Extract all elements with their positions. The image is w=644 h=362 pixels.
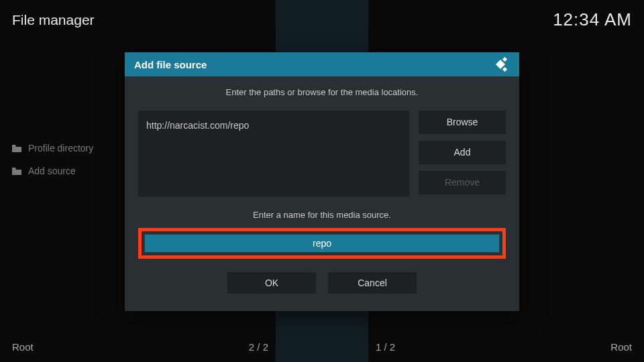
side-buttons: Browse Add Remove xyxy=(419,111,506,196)
page-title: File manager xyxy=(12,12,95,28)
instruction-paths: Enter the paths or browse for the media … xyxy=(138,87,506,97)
paths-row: http://narcacist.com/repo Browse Add Rem… xyxy=(138,111,506,196)
dialog-actions: OK Cancel xyxy=(138,272,506,294)
sidebar-item-add-source[interactable]: Add source xyxy=(12,166,93,176)
name-input-highlight: repo xyxy=(138,228,506,259)
add-file-source-dialog: Add file source Enter the paths or brows… xyxy=(125,52,519,311)
footer-right-root: Root xyxy=(565,341,632,353)
header-bar: File manager 12:34 AM xyxy=(12,9,632,30)
sidebar-item-profile-directory[interactable]: Profile directory xyxy=(12,143,93,154)
dialog-title: Add file source xyxy=(134,59,207,70)
dialog-header: Add file source xyxy=(125,52,519,76)
source-name-input[interactable]: repo xyxy=(144,234,500,253)
clock: 12:34 AM xyxy=(553,9,632,30)
footer-bar: Root 2 / 2 1 / 2 Root xyxy=(12,341,632,353)
dialog-body: Enter the paths or browse for the media … xyxy=(125,76,519,311)
add-button[interactable]: Add xyxy=(419,141,506,164)
browse-button[interactable]: Browse xyxy=(419,111,506,134)
svg-rect-2 xyxy=(502,67,507,72)
sidebar: Profile directory Add source xyxy=(12,143,93,188)
remove-button: Remove xyxy=(419,171,506,194)
footer-center: 2 / 2 1 / 2 xyxy=(79,341,565,353)
sidebar-item-label: Add source xyxy=(28,166,76,176)
kodi-logo-icon xyxy=(491,57,510,72)
cancel-button[interactable]: Cancel xyxy=(328,272,417,294)
path-input[interactable]: http://narcacist.com/repo xyxy=(138,111,409,196)
svg-rect-1 xyxy=(502,57,507,62)
folder-icon xyxy=(12,145,21,152)
svg-rect-0 xyxy=(496,60,505,69)
folder-icon xyxy=(12,168,21,175)
sidebar-item-label: Profile directory xyxy=(28,143,93,154)
instruction-name: Enter a name for this media source. xyxy=(138,210,506,220)
ok-button[interactable]: OK xyxy=(227,272,316,294)
footer-left-root: Root xyxy=(12,341,79,353)
path-value: http://narcacist.com/repo xyxy=(146,120,249,131)
footer-right-counter: 1 / 2 xyxy=(376,341,395,353)
footer-left-counter: 2 / 2 xyxy=(249,341,268,353)
